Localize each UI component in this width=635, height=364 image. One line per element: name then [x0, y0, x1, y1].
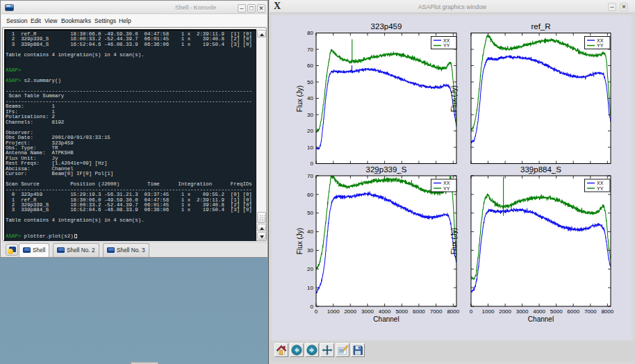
svg-text:8000: 8000	[447, 308, 459, 315]
svg-text:XX: XX	[597, 38, 604, 43]
svg-text:1000: 1000	[327, 308, 340, 315]
svg-text:8000: 8000	[601, 308, 613, 315]
svg-text:30: 30	[307, 247, 313, 254]
svg-text:80: 80	[307, 30, 313, 36]
svg-text:50: 50	[307, 79, 313, 85]
svg-text:20: 20	[307, 128, 313, 134]
svg-text:40: 40	[307, 95, 313, 101]
svg-text:5000: 5000	[395, 308, 408, 315]
svg-text:ref_R: ref_R	[531, 22, 550, 31]
svg-text:1000: 1000	[482, 308, 495, 315]
svg-text:YY: YY	[597, 43, 604, 48]
svg-text:4000: 4000	[533, 308, 545, 315]
svg-text:7000: 7000	[584, 308, 597, 315]
svg-text:60: 60	[307, 63, 313, 69]
svg-text:0: 0	[311, 304, 314, 310]
svg-text:70: 70	[307, 173, 313, 179]
svg-text:50: 50	[307, 210, 313, 216]
svg-text:YY: YY	[597, 186, 604, 191]
svg-text:Flux (Jy): Flux (Jy)	[296, 228, 304, 254]
svg-text:XX: XX	[443, 38, 450, 43]
svg-text:60: 60	[307, 192, 313, 198]
svg-text:0: 0	[470, 308, 473, 315]
svg-text:30: 30	[307, 112, 313, 118]
svg-text:Flux (Jy): Flux (Jy)	[450, 85, 458, 112]
svg-text:2000: 2000	[499, 308, 511, 315]
svg-text:5000: 5000	[550, 308, 563, 315]
svg-text:20: 20	[307, 266, 313, 272]
svg-text:4000: 4000	[379, 308, 391, 315]
svg-text:339p884_S: 339p884_S	[520, 165, 561, 174]
svg-text:Flux (Jy): Flux (Jy)	[296, 85, 304, 112]
svg-text:323p459: 323p459	[371, 22, 402, 31]
svg-text:YY: YY	[443, 43, 450, 48]
svg-text:3000: 3000	[361, 308, 374, 315]
svg-text:Channel: Channel	[373, 315, 399, 323]
svg-text:XX: XX	[597, 181, 604, 185]
svg-text:0: 0	[315, 308, 318, 315]
svg-text:10: 10	[307, 144, 313, 151]
svg-text:40: 40	[307, 229, 313, 235]
svg-text:Flux (Jy): Flux (Jy)	[450, 228, 458, 254]
svg-text:0: 0	[311, 160, 314, 167]
svg-text:Channel: Channel	[528, 315, 554, 323]
svg-text:7000: 7000	[430, 308, 443, 315]
svg-text:2000: 2000	[344, 308, 356, 315]
svg-text:XX: XX	[443, 181, 450, 185]
svg-text:6000: 6000	[413, 308, 425, 315]
svg-text:70: 70	[307, 47, 313, 53]
svg-text:6000: 6000	[567, 308, 579, 315]
svg-text:10: 10	[307, 285, 313, 291]
svg-text:YY: YY	[443, 186, 450, 191]
svg-text:329p339_S: 329p339_S	[366, 165, 407, 174]
svg-text:3000: 3000	[516, 308, 529, 315]
